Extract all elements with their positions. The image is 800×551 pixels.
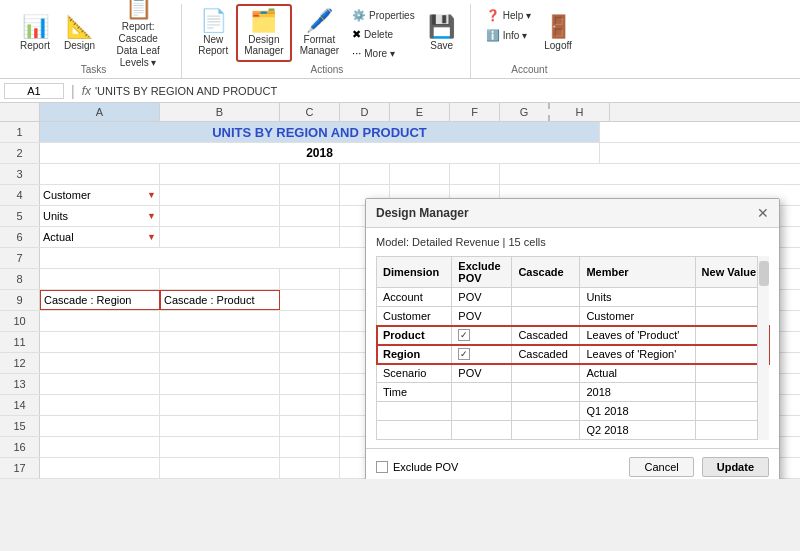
- col-header-C[interactable]: C: [280, 103, 340, 121]
- cell-5c[interactable]: [280, 206, 340, 226]
- cell-15a[interactable]: [40, 416, 160, 436]
- cascade-account: [512, 288, 580, 307]
- cell-12a[interactable]: [40, 353, 160, 373]
- cell-14b[interactable]: [160, 395, 280, 415]
- cell-16b[interactable]: [160, 437, 280, 457]
- report-button[interactable]: 📊 Report: [14, 4, 56, 62]
- col-header-F[interactable]: F: [450, 103, 500, 121]
- row-num-17: 17: [0, 458, 40, 478]
- pov-product: [452, 326, 512, 345]
- cell-13c[interactable]: [280, 374, 340, 394]
- account-group-label: Account: [511, 62, 547, 78]
- cell-15b[interactable]: [160, 416, 280, 436]
- cell-9c[interactable]: [280, 290, 340, 310]
- cell-17c[interactable]: [280, 458, 340, 478]
- col-header-B[interactable]: B: [160, 103, 280, 121]
- cell-11c[interactable]: [280, 332, 340, 352]
- cell-6a[interactable]: Actual ▼: [40, 227, 160, 247]
- help-button[interactable]: ❓ Help ▾: [481, 6, 536, 24]
- logoff-button[interactable]: 🚪 Logoff: [538, 4, 578, 62]
- cell-6c[interactable]: [280, 227, 340, 247]
- properties-button[interactable]: ⚙️ Properties: [347, 6, 420, 24]
- info-button[interactable]: ℹ️ Info ▾: [481, 26, 536, 44]
- delete-button[interactable]: ✖ Delete: [347, 25, 420, 43]
- checkbox-product[interactable]: [458, 329, 470, 341]
- cascade-checkbox-region[interactable]: [458, 348, 505, 360]
- cell-12b[interactable]: [160, 353, 280, 373]
- cell-3d[interactable]: [340, 164, 390, 184]
- col-header-D[interactable]: D: [340, 103, 390, 121]
- dimension-time: Time: [377, 383, 452, 402]
- cell-9b[interactable]: Cascade : Product: [160, 290, 280, 310]
- checkbox-region[interactable]: [458, 348, 470, 360]
- cell-4b[interactable]: [160, 185, 280, 205]
- col-header-E[interactable]: E: [390, 103, 450, 121]
- scrollbar-thumb[interactable]: [759, 261, 769, 286]
- cell-11a[interactable]: [40, 332, 160, 352]
- cell-17a[interactable]: [40, 458, 160, 478]
- cell-3e[interactable]: [390, 164, 450, 184]
- save-button[interactable]: 💾 Save: [422, 4, 462, 62]
- row-num-8: 8: [0, 269, 40, 289]
- row-num-12: 12: [0, 353, 40, 373]
- col-header-member: Member: [580, 257, 695, 288]
- dialog-close-button[interactable]: ✕: [757, 205, 769, 221]
- ribbon-group-account: ❓ Help ▾ ℹ️ Info ▾ 🚪 Logoff Account: [473, 4, 586, 78]
- design-button[interactable]: 📐 Design: [58, 4, 101, 62]
- dialog-buttons: Cancel Update: [629, 457, 769, 477]
- design-manager-button[interactable]: 🗂️ DesignManager: [236, 4, 291, 62]
- cell-5b[interactable]: [160, 206, 280, 226]
- pov-account: POV: [452, 288, 512, 307]
- col-header-G[interactable]: G: [500, 103, 550, 121]
- cell-17b[interactable]: [160, 458, 280, 478]
- cascade-checkbox-product[interactable]: [458, 329, 505, 341]
- cell-9a[interactable]: Cascade : Region: [40, 290, 160, 310]
- cell-11b[interactable]: [160, 332, 280, 352]
- cell-4a[interactable]: Customer ▼: [40, 185, 160, 205]
- exclude-pov-checkbox-container[interactable]: Exclude POV: [376, 461, 458, 473]
- cell-reference[interactable]: [4, 83, 64, 99]
- scrollbar[interactable]: [757, 256, 769, 440]
- cell-3a[interactable]: [40, 164, 160, 184]
- cell-4c[interactable]: [280, 185, 340, 205]
- row-num-14: 14: [0, 395, 40, 415]
- exclude-pov-checkbox[interactable]: [376, 461, 388, 473]
- cell-14c[interactable]: [280, 395, 340, 415]
- cell-3f[interactable]: [450, 164, 500, 184]
- format-manager-button[interactable]: 🖊️ FormatManager: [294, 4, 345, 62]
- cell-14a[interactable]: [40, 395, 160, 415]
- update-button[interactable]: Update: [702, 457, 769, 477]
- formula-input[interactable]: [95, 85, 796, 97]
- cell-10c[interactable]: [280, 311, 340, 331]
- cell-15c[interactable]: [280, 416, 340, 436]
- cancel-button[interactable]: Cancel: [629, 457, 693, 477]
- cell-10a[interactable]: [40, 311, 160, 331]
- more-button[interactable]: ··· More ▾: [347, 44, 420, 62]
- cell-16c[interactable]: [280, 437, 340, 457]
- cell-8b[interactable]: [160, 269, 280, 289]
- cell-3b[interactable]: [160, 164, 280, 184]
- cell-10b[interactable]: [160, 311, 280, 331]
- cell-13b[interactable]: [160, 374, 280, 394]
- cell-8c[interactable]: [280, 269, 340, 289]
- col-header-exclude-pov: ExcludePOV: [452, 257, 512, 288]
- cell-6b[interactable]: [160, 227, 280, 247]
- cascade-time3: [512, 421, 580, 440]
- cell-3c[interactable]: [280, 164, 340, 184]
- cell-8a[interactable]: [40, 269, 160, 289]
- report-cascade-button[interactable]: 📋 Report: CascadeData Leaf Levels ▾: [103, 4, 173, 62]
- col-header-A[interactable]: A: [40, 103, 160, 121]
- help-label: Help ▾: [503, 10, 531, 21]
- new-report-button[interactable]: 📄 NewReport: [192, 4, 234, 62]
- col-header-H[interactable]: H: [550, 103, 610, 121]
- cell-5a[interactable]: Units ▼: [40, 206, 160, 226]
- cell-13a[interactable]: [40, 374, 160, 394]
- table-row: Q1 2018: [377, 402, 769, 421]
- info-icon: ℹ️: [486, 29, 500, 42]
- cell-12c[interactable]: [280, 353, 340, 373]
- member-scenario: Actual: [580, 364, 695, 383]
- cell-16a[interactable]: [40, 437, 160, 457]
- cascade-time2: [512, 402, 580, 421]
- title-cell[interactable]: UNITS BY REGION AND PRODUCT: [40, 122, 600, 142]
- year-cell[interactable]: 2018: [40, 143, 600, 163]
